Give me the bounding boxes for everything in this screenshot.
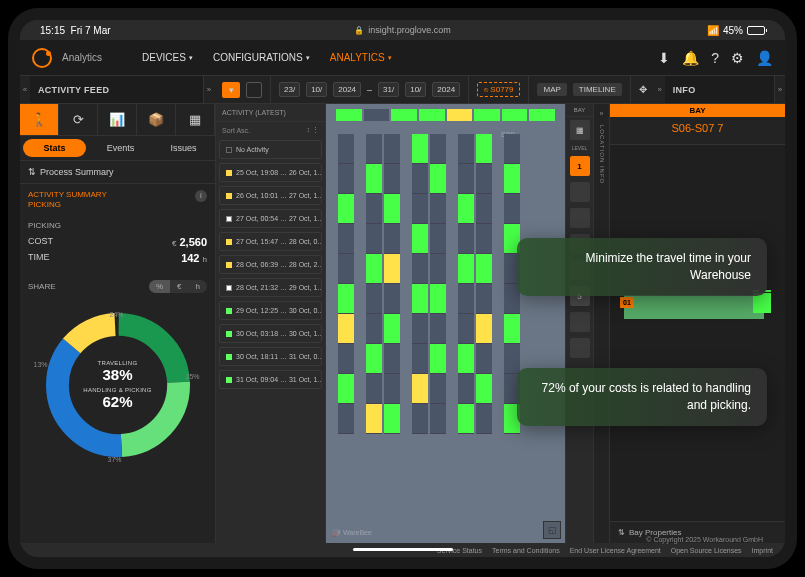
bay-header: BAY (610, 104, 785, 117)
time-label: TIME (28, 252, 50, 264)
ios-url: insight.proglove.com (368, 25, 451, 35)
callout-cost: 72% of your costs is related to handling… (517, 368, 767, 426)
activity-item[interactable]: 28 Oct, 21:32 … 29 Oct, 1… (219, 278, 322, 297)
bay-number: 01 (620, 297, 634, 308)
chevron-up-down-icon: ⇅ (618, 528, 625, 537)
expand-icon: » (600, 110, 604, 117)
level-button[interactable] (570, 338, 590, 358)
bay-code: S06-S07 7 (610, 117, 785, 145)
level-1-button[interactable]: 1 (570, 156, 590, 176)
location-info-strip[interactable]: » LOCATION INFO (594, 104, 610, 543)
timeline-toggle[interactable]: TIMELINE (573, 83, 622, 96)
activity-item[interactable]: 31 Oct, 09:04 … 31 Oct, 1… (219, 370, 322, 389)
level-button[interactable] (570, 182, 590, 202)
process-summary-header[interactable]: ⇅Process Summary (20, 160, 215, 184)
tab-issues[interactable]: Issues (152, 136, 215, 160)
activity-item-none[interactable]: No Activity (219, 140, 322, 159)
share-donut-chart: TRAVELLING 38% HANDLING & PICKING 62% 24… (38, 305, 198, 465)
activity-summary-label: ACTIVITY SUMMARYPICKING i (20, 184, 215, 217)
left-panel: 🚶 ⟳ 📊 📦 ▦ Stats Events Issues ⇅Process S… (20, 104, 216, 543)
bay-visualization: 01 (610, 145, 785, 521)
tab-stats[interactable]: Stats (23, 139, 86, 157)
logo-icon (32, 48, 52, 68)
collapse-icon[interactable]: » (655, 76, 665, 103)
chevron-down-icon: ▾ (388, 54, 392, 62)
help-icon[interactable]: ? (711, 50, 719, 66)
toolbar: « ACTIVITY FEED » ▾ 23/10/2024 – 31/10/2… (20, 76, 785, 104)
nav-devices[interactable]: DEVICES▾ (142, 52, 193, 63)
activity-item[interactable]: 30 Oct, 03:18 … 30 Oct, 1… (219, 324, 322, 343)
activity-list-header: ACTIVITY (LATEST) (216, 104, 325, 122)
cost-value: 2,560 (179, 236, 207, 248)
lock-icon: 🔒 (354, 26, 364, 35)
cost-label: COST (28, 236, 53, 248)
activity-item[interactable]: 25 Oct, 19:08 … 26 Oct, 1… (219, 163, 322, 182)
grid-icon[interactable] (246, 82, 262, 98)
ios-time: 15:15 (40, 25, 65, 36)
sort-toggle[interactable]: Sort Asc.↕ ⋮ (216, 122, 325, 138)
activity-list: ACTIVITY (LATEST) Sort Asc.↕ ⋮ No Activi… (216, 104, 326, 543)
level-button[interactable] (570, 312, 590, 332)
chevron-down-icon: ▾ (306, 54, 310, 62)
map-toggle[interactable]: MAP (537, 83, 566, 96)
walk-icon[interactable]: 🚶 (20, 104, 59, 136)
middle-panel: ACTIVITY (LATEST) Sort Asc.↕ ⋮ No Activi… (216, 104, 594, 543)
collapse-icon[interactable]: » (204, 76, 214, 103)
activity-item[interactable]: 28 Oct, 06:39 … 28 Oct, 2… (219, 255, 322, 274)
nav-analytics[interactable]: ANALYTICS▾ (330, 52, 392, 63)
share-label: SHARE (28, 282, 56, 291)
filter-icon[interactable]: ▾ (222, 82, 240, 98)
brand-label: Analytics (62, 52, 102, 63)
time-value: 142 (181, 252, 199, 264)
activity-feed-label: ACTIVITY FEED (38, 85, 109, 95)
ios-status-bar: 15:15 Fri 7 Mar 🔒insight.proglove.com 📶 … (20, 20, 785, 40)
chart-icon[interactable]: 📊 (98, 104, 137, 136)
share-unit-toggle[interactable]: %€h (149, 280, 207, 293)
footer-eula[interactable]: End User License Agreement (570, 547, 661, 554)
copyright: © Copyright 2025 Workaround GmbH (646, 536, 763, 543)
info-label: INFO (673, 85, 696, 95)
speed-icon[interactable]: ⟳ (59, 104, 98, 136)
location-chip[interactable]: ⎋ S0779 (477, 82, 520, 97)
user-icon[interactable]: 👤 (756, 50, 773, 66)
info-icon[interactable]: i (195, 190, 207, 202)
footer-oss[interactable]: Open Source Licenses (671, 547, 742, 554)
handling-pct: 62% (83, 393, 151, 410)
gear-icon[interactable]: ⚙ (731, 50, 744, 66)
battery-icon (747, 26, 765, 35)
chevron-up-down-icon: ⇅ (28, 167, 36, 177)
bay-grid-icon[interactable]: ▦ (570, 120, 590, 140)
sort-icon: ↕ ⋮ (307, 126, 319, 134)
wifi-icon: 📶 (707, 25, 719, 36)
expand-right-icon[interactable]: » (775, 76, 785, 103)
nav-configurations[interactable]: CONFIGURATIONS▾ (213, 52, 310, 63)
boxes-icon[interactable]: 📦 (137, 104, 176, 136)
footer-terms[interactable]: Terms and Conditions (492, 547, 560, 554)
tab-events[interactable]: Events (89, 136, 152, 160)
home-indicator[interactable] (353, 548, 453, 551)
level-button[interactable] (570, 208, 590, 228)
warehouse-map[interactable]: S09 🏭 WareBee ◱ (326, 104, 565, 543)
activity-item[interactable]: 26 Oct, 10:01 … 27 Oct, 1… (219, 186, 322, 205)
map-watermark: 🏭 WareBee (332, 529, 372, 537)
bay-level-column: BAY ▦ LEVEL 1 5 (565, 104, 593, 543)
move-icon[interactable]: ✥ (639, 84, 647, 95)
activity-item[interactable]: 29 Oct, 12:25 … 30 Oct, 0… (219, 301, 322, 320)
activity-item[interactable]: 30 Oct, 18:11 … 31 Oct, 0… (219, 347, 322, 366)
metric-picking-title: PICKING (28, 221, 207, 230)
app-bar: Analytics DEVICES▾ CONFIGURATIONS▾ ANALY… (20, 40, 785, 76)
travel-pct: 38% (83, 366, 151, 383)
ios-day: Fri 7 Mar (71, 25, 111, 36)
footer-imprint[interactable]: Imprint (752, 547, 773, 554)
activity-item[interactable]: 27 Oct, 00:54 … 27 Oct, 1… (219, 209, 322, 228)
download-icon[interactable]: ⬇ (658, 50, 670, 66)
activity-item[interactable]: 27 Oct, 15:47 … 28 Oct, 0… (219, 232, 322, 251)
bell-icon[interactable]: 🔔 (682, 50, 699, 66)
expand-left-icon[interactable]: « (20, 76, 30, 103)
chevron-down-icon: ▾ (189, 54, 193, 62)
date-range[interactable]: 23/10/2024 – 31/10/2024 (271, 76, 469, 103)
grid-view-icon[interactable]: ▦ (176, 104, 215, 136)
fit-view-icon[interactable]: ◱ (543, 521, 561, 539)
right-panel: BAY S06-S07 7 01 ⇅Bay Properties (610, 104, 785, 543)
callout-travel-time: Minimize the travel time in your Warehou… (517, 238, 767, 296)
